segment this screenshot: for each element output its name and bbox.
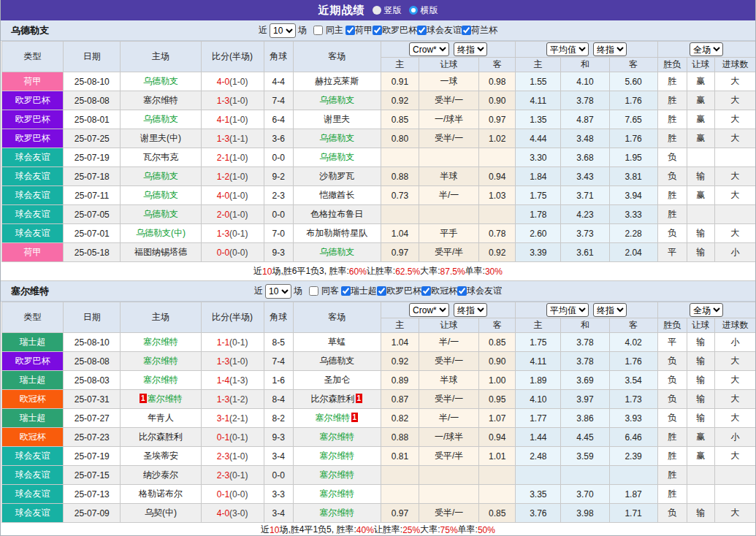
avg-odds-draw: 3.86 bbox=[561, 409, 609, 428]
team-name: 比尔森胜利 bbox=[311, 394, 355, 404]
avg-odds-home: 1.75 bbox=[516, 333, 561, 352]
score-cell: 1-3(1-0) bbox=[201, 91, 264, 110]
titlebar: 近期战绩 竖版 横版 bbox=[1, 0, 755, 20]
final-odds-select-4[interactable]: 终指 bbox=[593, 303, 627, 317]
league-checkbox[interactable] bbox=[373, 26, 382, 35]
halftime-score: (0-1) bbox=[229, 337, 248, 348]
horizontal-layout-option[interactable]: 横版 bbox=[409, 4, 438, 17]
handicap-odds-home: 0.89 bbox=[381, 371, 419, 390]
match-row: 瑞士超25-08-03塞尔维特1-4(1-3)1-6圣加仑0.89半球1.001… bbox=[2, 371, 756, 390]
match-row: 球会友谊25-07-13格勒诺布尔0-1(0-0)3-3塞尔维特3.353.70… bbox=[2, 485, 756, 504]
fulltime-score: 1-3 bbox=[217, 356, 229, 367]
score-cell: 0-1(0-1) bbox=[201, 428, 264, 447]
vertical-layout-option[interactable]: 竖版 bbox=[373, 4, 402, 17]
league-filter[interactable]: 荷甲 bbox=[345, 24, 373, 37]
match-date: 25-07-05 bbox=[64, 205, 121, 224]
avg-odds-draw: 3.69 bbox=[561, 371, 609, 390]
corner-count: 0-0 bbox=[264, 148, 293, 167]
team-name: 乌德勒支 bbox=[11, 24, 49, 37]
league-filter[interactable]: 球会友谊 bbox=[457, 285, 502, 297]
fulltime-score: 4-1 bbox=[217, 115, 229, 125]
league-checkbox[interactable] bbox=[421, 286, 431, 296]
avg-odds-away: 7.65 bbox=[609, 110, 657, 129]
score-cell: 2-1(1-0) bbox=[201, 148, 264, 167]
result-handicap: 赢 bbox=[687, 110, 714, 129]
league-checkbox[interactable] bbox=[462, 26, 471, 35]
average-select[interactable]: 平均值 bbox=[546, 42, 589, 56]
scope-select[interactable]: 全场 bbox=[690, 42, 723, 56]
team-name: 圣埃蒂安 bbox=[143, 451, 178, 461]
col-score: 比分(半场) bbox=[201, 42, 264, 72]
average-odds-group: 平均值终指 bbox=[516, 302, 657, 318]
match-date: 25-08-08 bbox=[64, 352, 121, 371]
summary-text: 30% bbox=[485, 267, 503, 277]
avg-odds-away: 3.54 bbox=[609, 371, 657, 390]
halftime-score: (0-1) bbox=[229, 229, 248, 239]
col-avg-home: 主 bbox=[516, 318, 561, 333]
team-name: 塞尔维特 bbox=[319, 489, 354, 499]
handicap-odds-home: 0.97 bbox=[381, 504, 419, 523]
col-handicap-result: 让球 bbox=[687, 58, 714, 72]
handicap-odds-away: 0.90 bbox=[479, 352, 516, 371]
match-count-select[interactable]: 10 bbox=[270, 23, 296, 38]
avg-odds-home: 3.30 bbox=[516, 148, 561, 167]
handicap-line: 一/球半 bbox=[419, 110, 479, 129]
final-odds-select-2[interactable]: 终指 bbox=[593, 42, 627, 56]
match-count-select-2[interactable]: 10 bbox=[265, 284, 291, 299]
scope-select-2[interactable]: 全场 bbox=[690, 303, 723, 317]
league-filter[interactable]: 欧罗巴杯 bbox=[377, 285, 421, 297]
fulltime-score: 0-1 bbox=[217, 489, 229, 499]
result-wdl: 负 bbox=[657, 504, 687, 523]
league-checkbox[interactable] bbox=[377, 286, 386, 296]
league-filter[interactable]: 球会友谊 bbox=[417, 24, 462, 37]
bookmaker-select-3[interactable]: Crow* bbox=[409, 303, 449, 317]
league-checkbox[interactable] bbox=[341, 286, 351, 296]
team-name: 塞尔维特 bbox=[143, 337, 178, 347]
handicap-odds-home: 0.81 bbox=[381, 447, 419, 466]
league-checkbox[interactable] bbox=[345, 26, 355, 35]
team-name: 沙勒罗瓦 bbox=[319, 171, 354, 181]
league-filter[interactable]: 欧冠杯 bbox=[421, 285, 457, 297]
final-odds-select-3[interactable]: 终指 bbox=[454, 303, 487, 317]
avg-odds-draw: 3.61 bbox=[561, 243, 609, 262]
result-handicap: 输 bbox=[687, 224, 714, 243]
result-goals bbox=[714, 148, 755, 167]
league-filter[interactable]: 欧罗巴杯 bbox=[373, 24, 417, 37]
handicap-odds-home: 0.97 bbox=[381, 243, 419, 262]
radio-unselected-icon[interactable] bbox=[409, 6, 418, 15]
matches-table-utrecht: 类型 日期 主场 比分(半场) 角球 客场 Crow*终指 平均值终指 全场 主… bbox=[1, 41, 756, 262]
score-cell: 2-0(1-0) bbox=[201, 205, 264, 224]
league-badge: 荷甲 bbox=[2, 72, 64, 91]
fulltime-score: 4-0 bbox=[217, 77, 229, 87]
match-date: 25-07-19 bbox=[64, 148, 121, 167]
bookmaker-select[interactable]: Crow* bbox=[409, 42, 449, 56]
result-goals: 大 bbox=[714, 167, 755, 186]
league-filter[interactable]: 荷兰杯 bbox=[462, 24, 497, 37]
halftime-score: (0-0) bbox=[229, 489, 248, 499]
result-wdl: 胜 bbox=[657, 466, 687, 485]
horizontal-layout-label: 横版 bbox=[421, 4, 438, 17]
home-team: 乌德勒支(中) bbox=[121, 224, 201, 243]
match-row: 球会友谊25-07-09乌契(中)4-0(3-0)3-4塞尔维特0.97受半/一… bbox=[2, 504, 756, 523]
average-select-2[interactable]: 平均值 bbox=[546, 303, 589, 317]
score-cell: 0-0(0-0) bbox=[201, 243, 264, 262]
result-handicap: 输 bbox=[687, 371, 714, 390]
league-checkbox[interactable] bbox=[417, 26, 427, 35]
handicap-line: 一/球半 bbox=[419, 428, 479, 447]
fulltime-score: 2-0 bbox=[217, 210, 229, 220]
same-away-checkbox[interactable] bbox=[309, 286, 318, 296]
handicap-line: 半球 bbox=[419, 167, 479, 186]
away-team: 塞尔维特 bbox=[293, 466, 381, 485]
league-checkbox[interactable] bbox=[457, 286, 467, 296]
corner-count: 7-0 bbox=[264, 224, 293, 243]
final-odds-select[interactable]: 终指 bbox=[454, 42, 487, 56]
corner-count: 3-4 bbox=[264, 504, 293, 523]
league-filter[interactable]: 瑞士超 bbox=[341, 285, 377, 297]
same-home-checkbox[interactable] bbox=[313, 26, 323, 35]
same-away-label: 同客 bbox=[321, 285, 339, 297]
col-odds-home: 主 bbox=[381, 318, 419, 333]
avg-odds-draw: 3.98 bbox=[561, 504, 609, 523]
fulltime-score: 1-1 bbox=[217, 337, 229, 348]
score-cell: 2-3(1-0) bbox=[201, 447, 264, 466]
radio-selected-icon[interactable] bbox=[373, 6, 381, 15]
